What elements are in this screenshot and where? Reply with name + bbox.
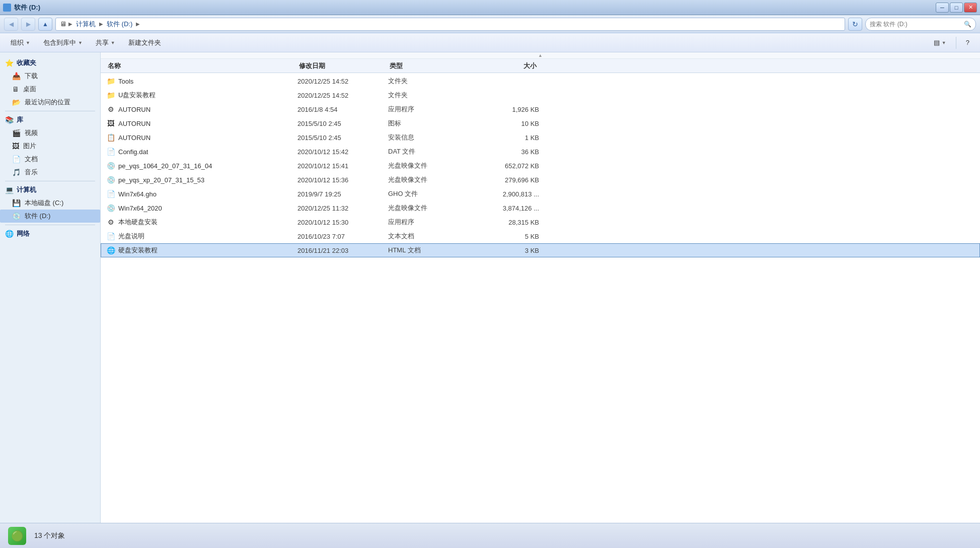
file-row-autorun2[interactable]: 🖼AUTORUN2015/5/10 2:45图标10 KB bbox=[101, 116, 980, 130]
col-header-type[interactable]: 类型 bbox=[388, 61, 468, 71]
file-type-disk_tutorial: HTML 文档 bbox=[388, 246, 469, 255]
file-date-pe_yqs_1064: 2020/10/12 15:41 bbox=[297, 162, 388, 170]
sidebar-item-local-c[interactable]: 💾 本地磁盘 (C:) bbox=[0, 196, 100, 210]
sidebar-item-download[interactable]: 📥 下载 bbox=[0, 70, 100, 83]
file-row-autorun1[interactable]: ⚙AUTORUN2016/1/8 4:54应用程序1,926 KB bbox=[101, 102, 980, 116]
help-button[interactable]: ? bbox=[960, 36, 975, 50]
file-row-autorun3[interactable]: 📋AUTORUN2015/5/10 2:45安装信息1 KB bbox=[101, 130, 980, 145]
main-content: ⭐ 收藏夹 📥 下载 🖥 桌面 📂 最近访问的位置 📚 库 bbox=[0, 52, 980, 523]
search-icon: 🔍 bbox=[964, 21, 971, 28]
file-size-win7x64_2020: 3,874,126 ... bbox=[469, 204, 539, 212]
video-label: 视频 bbox=[25, 128, 38, 138]
file-size-autorun1: 1,926 KB bbox=[469, 106, 539, 113]
sidebar-section-header-computer[interactable]: 💻 计算机 bbox=[0, 183, 100, 196]
file-type-autorun1: 应用程序 bbox=[388, 105, 469, 114]
file-row-pe_yqs_xp[interactable]: 💿pe_yqs_xp_20_07_31_15_532020/10/12 15:3… bbox=[101, 173, 980, 187]
address-path[interactable]: 🖥 ▶ 计算机 ▶ 软件 (D:) ▶ bbox=[55, 18, 845, 31]
file-type-autorun3: 安装信息 bbox=[388, 133, 469, 142]
file-icon-pe_yqs_xp: 💿 bbox=[106, 175, 115, 184]
file-type-udisk: 文件夹 bbox=[388, 91, 469, 100]
view-button[interactable]: ▤ ▼ bbox=[928, 36, 952, 50]
download-icon: 📥 bbox=[12, 72, 21, 80]
file-date-config: 2020/10/12 15:42 bbox=[297, 148, 388, 156]
file-row-config[interactable]: 📄Config.dat2020/10/12 15:42DAT 文件36 KB bbox=[101, 145, 980, 159]
sidebar-item-document[interactable]: 📄 文档 bbox=[0, 153, 100, 166]
path-arrow-3: ▶ bbox=[136, 21, 140, 27]
titlebar-left: 软件 (D:) bbox=[3, 3, 40, 12]
file-name-udisk: U盘安装教程 bbox=[118, 91, 156, 100]
file-date-disk_tutorial: 2016/11/21 22:03 bbox=[297, 247, 388, 254]
file-name-autorun2: AUTORUN bbox=[118, 120, 150, 127]
file-date-local_install: 2020/10/12 15:30 bbox=[297, 219, 388, 226]
sidebar-item-recent[interactable]: 📂 最近访问的位置 bbox=[0, 96, 100, 109]
file-name-local_install: 本地硬盘安装 bbox=[118, 218, 158, 227]
path-computer[interactable]: 计算机 bbox=[74, 19, 97, 29]
network-icon: 🌐 bbox=[5, 230, 14, 238]
sidebar-item-desktop[interactable]: 🖥 桌面 bbox=[0, 83, 100, 96]
search-input[interactable] bbox=[870, 21, 962, 28]
col-header-size[interactable]: 大小 bbox=[468, 61, 539, 71]
file-name-win7x64_2020: Win7x64_2020 bbox=[118, 204, 162, 212]
col-header-modified[interactable]: 修改日期 bbox=[297, 61, 388, 71]
favorites-label: 收藏夹 bbox=[17, 58, 36, 67]
share-arrow: ▼ bbox=[111, 40, 115, 45]
file-icon-local_install: ⚙ bbox=[106, 218, 115, 227]
file-size-disc_manual: 5 KB bbox=[469, 233, 539, 240]
file-row-disk_tutorial[interactable]: 🌐硬盘安装教程2016/11/21 22:03HTML 文档3 KB bbox=[101, 243, 980, 257]
close-button[interactable]: ✕ bbox=[964, 3, 977, 13]
toolbar: 组织 ▼ 包含到库中 ▼ 共享 ▼ 新建文件夹 ▤ ▼ ? bbox=[0, 33, 980, 52]
picture-icon: 🖼 bbox=[12, 142, 19, 150]
forward-button[interactable]: ▶ bbox=[21, 18, 35, 31]
sidebar-item-software-d[interactable]: 💿 软件 (D:) bbox=[0, 210, 100, 223]
file-size-autorun2: 10 KB bbox=[469, 120, 539, 127]
sidebar-item-video[interactable]: 🎬 视频 bbox=[0, 126, 100, 140]
file-date-win7x64_gho: 2019/9/7 19:25 bbox=[297, 190, 388, 198]
col-header-name[interactable]: 名称 bbox=[106, 61, 297, 71]
computer-icon: 💻 bbox=[5, 186, 14, 194]
titlebar: 软件 (D:) ─ □ ✕ bbox=[0, 0, 980, 15]
maximize-button[interactable]: □ bbox=[950, 3, 963, 13]
up-button[interactable]: ▲ bbox=[38, 18, 52, 31]
file-date-udisk: 2020/12/25 14:52 bbox=[297, 92, 388, 99]
sidebar-item-music[interactable]: 🎵 音乐 bbox=[0, 166, 100, 179]
file-type-autorun2: 图标 bbox=[388, 119, 469, 128]
file-row-disc_manual[interactable]: 📄光盘说明2016/10/23 7:07文本文档5 KB bbox=[101, 229, 980, 243]
local-c-label: 本地磁盘 (C:) bbox=[25, 198, 63, 208]
local-c-icon: 💾 bbox=[12, 199, 21, 207]
file-row-local_install[interactable]: ⚙本地硬盘安装2020/10/12 15:30应用程序28,315 KB bbox=[101, 215, 980, 229]
path-arrow-2: ▶ bbox=[99, 21, 103, 27]
file-name-tools: Tools bbox=[118, 78, 133, 85]
file-icon-autorun1: ⚙ bbox=[106, 105, 115, 114]
organize-button[interactable]: 组织 ▼ bbox=[5, 36, 36, 50]
file-date-autorun2: 2015/5/10 2:45 bbox=[297, 120, 388, 127]
share-label: 共享 bbox=[96, 38, 109, 47]
file-area: ▲ 名称 修改日期 类型 大小 📁Tools2020/12/25 14:52文件… bbox=[101, 52, 980, 523]
divider-2 bbox=[5, 181, 95, 181]
sidebar-section-header-network[interactable]: 🌐 网络 bbox=[0, 227, 100, 240]
recent-label: 最近访问的位置 bbox=[25, 98, 70, 107]
divider-3 bbox=[5, 225, 95, 225]
scroll-up-arrow[interactable]: ▲ bbox=[531, 53, 551, 57]
file-name-config: Config.dat bbox=[118, 148, 148, 156]
new-folder-button[interactable]: 新建文件夹 bbox=[123, 36, 167, 50]
network-label: 网络 bbox=[17, 229, 30, 238]
sidebar-section-header-library[interactable]: 📚 库 bbox=[0, 113, 100, 126]
titlebar-app-icon bbox=[3, 4, 11, 12]
sidebar-item-picture[interactable]: 🖼 图片 bbox=[0, 140, 100, 153]
share-button[interactable]: 共享 ▼ bbox=[90, 36, 121, 50]
back-button[interactable]: ◀ bbox=[4, 18, 18, 31]
addressbar: ◀ ▶ ▲ 🖥 ▶ 计算机 ▶ 软件 (D:) ▶ ↻ 🔍 bbox=[0, 15, 980, 33]
sidebar-section-header-favorites[interactable]: ⭐ 收藏夹 bbox=[0, 56, 100, 70]
titlebar-buttons: ─ □ ✕ bbox=[936, 3, 977, 13]
file-icon-autorun3: 📋 bbox=[106, 133, 115, 142]
file-row-win7x64_gho[interactable]: 📄Win7x64.gho2019/9/7 19:25GHO 文件2,900,81… bbox=[101, 187, 980, 201]
refresh-button[interactable]: ↻ bbox=[848, 18, 862, 31]
file-row-win7x64_2020[interactable]: 💿Win7x64_20202020/12/25 11:32光盘映像文件3,874… bbox=[101, 201, 980, 215]
file-row-tools[interactable]: 📁Tools2020/12/25 14:52文件夹 bbox=[101, 74, 980, 88]
file-row-udisk[interactable]: 📁U盘安装教程2020/12/25 14:52文件夹 bbox=[101, 88, 980, 102]
path-software-d[interactable]: 软件 (D:) bbox=[105, 19, 134, 29]
file-icon-disk_tutorial: 🌐 bbox=[106, 246, 115, 255]
include-library-button[interactable]: 包含到库中 ▼ bbox=[38, 36, 88, 50]
minimize-button[interactable]: ─ bbox=[936, 3, 949, 13]
file-row-pe_yqs_1064[interactable]: 💿pe_yqs_1064_20_07_31_16_042020/10/12 15… bbox=[101, 159, 980, 173]
